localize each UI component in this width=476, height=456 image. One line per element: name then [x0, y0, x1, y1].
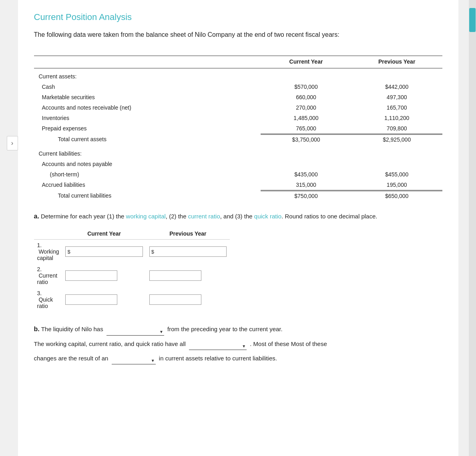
intro-text: The following data were taken from the b… [34, 30, 442, 40]
answer-col-previous: Previous Year [146, 229, 230, 240]
part-a-text: a. Determine for each year (1) the worki… [34, 211, 442, 222]
table-row: Total current assets $3,750,000 $2,925,0… [34, 134, 442, 145]
table-row: Accounts and notes payable [34, 159, 442, 169]
working-capital-previous-input[interactable] [156, 247, 226, 256]
col-header-label [34, 56, 261, 68]
col-header-previous: Previous Year [351, 56, 442, 68]
table-row: Accrued liabilities 315,000 195,000 [34, 180, 442, 191]
table-row: Total current liabilities $750,000 $650,… [34, 191, 442, 202]
table-row: Prepaid expenses 765,000 709,800 [34, 123, 442, 134]
table-row: Current liabilities: [34, 145, 442, 159]
dropdown3-wrapper[interactable]: increase decrease change ▼ [112, 358, 156, 364]
dropdown1-wrapper[interactable]: increased decreased remained the same ▼ [106, 329, 164, 336]
current-ratio-previous-wrapper [149, 270, 201, 281]
data-table: Current Year Previous Year Current asset… [34, 50, 442, 202]
current-ratio-link: current ratio [188, 213, 220, 220]
working-capital-previous-input-wrapper: $ [149, 246, 227, 257]
part-b-section: b. The liquidity of Nilo has increased d… [34, 323, 442, 364]
quick-ratio-previous-wrapper [149, 294, 201, 305]
quick-ratio-current-input[interactable] [66, 295, 117, 304]
current-ratio-current-wrapper [65, 270, 117, 281]
dropdown1-select[interactable]: increased decreased remained the same [106, 329, 164, 335]
working-capital-current-input[interactable] [72, 247, 143, 256]
table-row: 2. Current ratio [34, 264, 230, 288]
table-row: Cash $570,000 $442,000 [34, 82, 442, 92]
dropdown2-select[interactable]: increased decreased remained the same [189, 343, 247, 350]
table-row: 1. Working capital $ $ [34, 240, 230, 264]
table-row: Accounts and notes receivable (net) 270,… [34, 102, 442, 113]
quick-ratio-link: quick ratio [254, 213, 281, 220]
part-b-line1-after: from the preceding year to the current y… [167, 326, 283, 332]
current-ratio-current-input[interactable] [66, 271, 117, 280]
scroll-left-arrow[interactable]: › [7, 136, 18, 150]
part-b-label: b. [34, 326, 40, 332]
table-row: Inventories 1,485,000 1,110,200 [34, 113, 442, 123]
scrollbar-thumb[interactable] [469, 8, 476, 32]
table-row: Marketable securities 660,000 497,300 [34, 92, 442, 102]
dropdown2-wrapper[interactable]: increased decreased remained the same ▼ [189, 343, 247, 350]
col-header-current: Current Year [261, 56, 351, 68]
quick-ratio-previous-input[interactable] [150, 295, 201, 304]
answer-table: Current Year Previous Year 1. Working ca… [34, 229, 230, 312]
table-row: (short-term) $435,000 $455,000 [34, 169, 442, 180]
page-title: Current Position Analysis [34, 12, 442, 22]
answer-col-current: Current Year [62, 229, 146, 240]
current-ratio-previous-input[interactable] [150, 271, 201, 280]
dollar-prefix-1: $ [66, 249, 72, 255]
table-row: Current assets: [34, 68, 442, 82]
part-b-line2-after: . Most of these [250, 340, 289, 347]
dollar-prefix-2: $ [150, 249, 156, 255]
part-b-line2-before: The working capital, current ratio, and … [34, 340, 186, 347]
working-capital-current-input-wrapper: $ [65, 246, 143, 257]
working-capital-link: working capital [126, 213, 166, 220]
table-row: 3. Quick ratio [34, 288, 230, 312]
part-a-label: a. [34, 213, 39, 220]
scrollbar[interactable] [469, 0, 476, 456]
part-b-line1-before: The liquidity of Nilo has [41, 326, 103, 332]
quick-ratio-current-wrapper [65, 294, 117, 305]
section-label: Current assets: [34, 68, 261, 82]
dropdown3-select[interactable]: increase decrease change [112, 358, 152, 364]
